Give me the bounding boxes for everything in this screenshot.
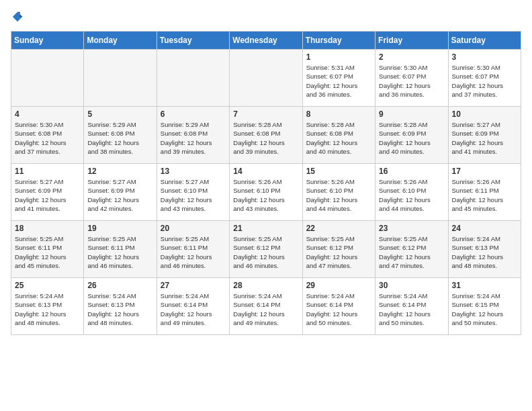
day-info: Sunrise: 5:25 AM Sunset: 6:11 PM Dayligh…	[15, 234, 80, 270]
calendar-day-cell: 30Sunrise: 5:24 AM Sunset: 6:14 PM Dayli…	[375, 278, 448, 335]
day-number: 22	[306, 224, 371, 233]
calendar-day-cell: 23Sunrise: 5:25 AM Sunset: 6:12 PM Dayli…	[375, 221, 448, 278]
calendar-day-cell: 20Sunrise: 5:25 AM Sunset: 6:11 PM Dayli…	[157, 221, 229, 278]
day-number: 28	[233, 281, 298, 290]
day-of-week-header: Saturday	[448, 32, 521, 50]
calendar-day-cell: 4Sunrise: 5:30 AM Sunset: 6:08 PM Daylig…	[11, 107, 84, 164]
calendar-day-cell: 18Sunrise: 5:25 AM Sunset: 6:11 PM Dayli…	[11, 221, 84, 278]
day-of-week-header: Thursday	[302, 32, 375, 50]
day-info: Sunrise: 5:25 AM Sunset: 6:11 PM Dayligh…	[87, 234, 152, 270]
day-number: 25	[15, 281, 80, 290]
calendar-day-cell: 28Sunrise: 5:24 AM Sunset: 6:14 PM Dayli…	[230, 278, 302, 335]
day-number: 1	[306, 52, 371, 62]
day-of-week-header: Wednesday	[230, 32, 302, 50]
calendar-day-cell: 9Sunrise: 5:28 AM Sunset: 6:09 PM Daylig…	[375, 107, 448, 164]
calendar-day-cell: 11Sunrise: 5:27 AM Sunset: 6:09 PM Dayli…	[11, 164, 84, 221]
day-number: 27	[161, 281, 226, 290]
calendar-week-row: 1Sunrise: 5:31 AM Sunset: 6:07 PM Daylig…	[11, 50, 521, 107]
day-number: 10	[452, 109, 517, 119]
calendar-day-cell	[11, 50, 84, 107]
day-info: Sunrise: 5:27 AM Sunset: 6:09 PM Dayligh…	[15, 177, 80, 213]
day-info: Sunrise: 5:24 AM Sunset: 6:14 PM Dayligh…	[379, 291, 444, 327]
day-of-week-header: Tuesday	[157, 32, 229, 50]
calendar-day-cell: 24Sunrise: 5:24 AM Sunset: 6:13 PM Dayli…	[448, 221, 521, 278]
day-info: Sunrise: 5:24 AM Sunset: 6:15 PM Dayligh…	[452, 291, 517, 327]
day-number: 30	[379, 281, 444, 290]
day-info: Sunrise: 5:26 AM Sunset: 6:10 PM Dayligh…	[306, 177, 371, 213]
day-info: Sunrise: 5:29 AM Sunset: 6:08 PM Dayligh…	[161, 120, 226, 156]
day-info: Sunrise: 5:29 AM Sunset: 6:08 PM Dayligh…	[87, 120, 152, 156]
day-info: Sunrise: 5:25 AM Sunset: 6:12 PM Dayligh…	[379, 234, 444, 270]
day-number: 6	[161, 109, 226, 119]
day-info: Sunrise: 5:27 AM Sunset: 6:10 PM Dayligh…	[161, 177, 226, 213]
day-number: 15	[306, 167, 371, 176]
day-number: 19	[87, 224, 152, 233]
calendar-day-cell: 27Sunrise: 5:24 AM Sunset: 6:14 PM Dayli…	[157, 278, 229, 335]
day-number: 17	[452, 167, 517, 176]
day-info: Sunrise: 5:30 AM Sunset: 6:08 PM Dayligh…	[15, 120, 80, 156]
calendar-day-cell: 2Sunrise: 5:30 AM Sunset: 6:07 PM Daylig…	[375, 50, 448, 107]
day-number: 21	[233, 224, 298, 233]
calendar-day-cell: 12Sunrise: 5:27 AM Sunset: 6:09 PM Dayli…	[84, 164, 157, 221]
day-info: Sunrise: 5:28 AM Sunset: 6:08 PM Dayligh…	[233, 120, 298, 156]
day-info: Sunrise: 5:24 AM Sunset: 6:13 PM Dayligh…	[87, 291, 152, 327]
day-number: 16	[379, 167, 444, 176]
calendar-week-row: 25Sunrise: 5:24 AM Sunset: 6:13 PM Dayli…	[11, 278, 521, 335]
page-header	[11, 11, 521, 23]
day-number: 3	[452, 52, 517, 62]
day-info: Sunrise: 5:28 AM Sunset: 6:09 PM Dayligh…	[379, 120, 444, 156]
calendar-day-cell: 17Sunrise: 5:26 AM Sunset: 6:11 PM Dayli…	[448, 164, 521, 221]
calendar-header-row: SundayMondayTuesdayWednesdayThursdayFrid…	[11, 32, 521, 50]
calendar-week-row: 4Sunrise: 5:30 AM Sunset: 6:08 PM Daylig…	[11, 107, 521, 164]
day-number: 13	[161, 167, 226, 176]
day-number: 11	[15, 167, 80, 176]
day-info: Sunrise: 5:24 AM Sunset: 6:13 PM Dayligh…	[452, 234, 517, 270]
calendar-day-cell: 25Sunrise: 5:24 AM Sunset: 6:13 PM Dayli…	[11, 278, 84, 335]
day-number: 5	[87, 109, 152, 119]
day-info: Sunrise: 5:25 AM Sunset: 6:12 PM Dayligh…	[306, 234, 371, 270]
calendar-day-cell: 14Sunrise: 5:26 AM Sunset: 6:10 PM Dayli…	[230, 164, 302, 221]
calendar-day-cell: 26Sunrise: 5:24 AM Sunset: 6:13 PM Dayli…	[84, 278, 157, 335]
logo	[11, 11, 24, 23]
calendar-week-row: 18Sunrise: 5:25 AM Sunset: 6:11 PM Dayli…	[11, 221, 521, 278]
calendar-day-cell: 7Sunrise: 5:28 AM Sunset: 6:08 PM Daylig…	[230, 107, 302, 164]
day-info: Sunrise: 5:26 AM Sunset: 6:10 PM Dayligh…	[233, 177, 298, 213]
day-info: Sunrise: 5:24 AM Sunset: 6:14 PM Dayligh…	[233, 291, 298, 327]
calendar-day-cell	[84, 50, 157, 107]
calendar-week-row: 11Sunrise: 5:27 AM Sunset: 6:09 PM Dayli…	[11, 164, 521, 221]
calendar-day-cell: 22Sunrise: 5:25 AM Sunset: 6:12 PM Dayli…	[302, 221, 375, 278]
day-of-week-header: Friday	[375, 32, 448, 50]
calendar-day-cell: 13Sunrise: 5:27 AM Sunset: 6:10 PM Dayli…	[157, 164, 229, 221]
day-info: Sunrise: 5:26 AM Sunset: 6:10 PM Dayligh…	[379, 177, 444, 213]
day-number: 8	[306, 109, 371, 119]
calendar-day-cell: 16Sunrise: 5:26 AM Sunset: 6:10 PM Dayli…	[375, 164, 448, 221]
day-info: Sunrise: 5:30 AM Sunset: 6:07 PM Dayligh…	[379, 63, 444, 99]
day-of-week-header: Sunday	[11, 32, 84, 50]
day-number: 26	[87, 281, 152, 290]
day-info: Sunrise: 5:24 AM Sunset: 6:14 PM Dayligh…	[306, 291, 371, 327]
day-info: Sunrise: 5:27 AM Sunset: 6:09 PM Dayligh…	[87, 177, 152, 213]
calendar-table: SundayMondayTuesdayWednesdayThursdayFrid…	[11, 31, 521, 335]
day-number: 9	[379, 109, 444, 119]
day-number: 29	[306, 281, 371, 290]
day-info: Sunrise: 5:30 AM Sunset: 6:07 PM Dayligh…	[452, 63, 517, 99]
day-info: Sunrise: 5:28 AM Sunset: 6:08 PM Dayligh…	[306, 120, 371, 156]
day-number: 24	[452, 224, 517, 233]
calendar-day-cell: 10Sunrise: 5:27 AM Sunset: 6:09 PM Dayli…	[448, 107, 521, 164]
calendar-day-cell: 1Sunrise: 5:31 AM Sunset: 6:07 PM Daylig…	[302, 50, 375, 107]
day-of-week-header: Monday	[84, 32, 157, 50]
calendar-day-cell: 19Sunrise: 5:25 AM Sunset: 6:11 PM Dayli…	[84, 221, 157, 278]
day-number: 20	[161, 224, 226, 233]
day-info: Sunrise: 5:24 AM Sunset: 6:13 PM Dayligh…	[15, 291, 80, 327]
day-number: 12	[87, 167, 152, 176]
calendar-day-cell: 6Sunrise: 5:29 AM Sunset: 6:08 PM Daylig…	[157, 107, 229, 164]
day-info: Sunrise: 5:25 AM Sunset: 6:12 PM Dayligh…	[233, 234, 298, 270]
day-info: Sunrise: 5:27 AM Sunset: 6:09 PM Dayligh…	[452, 120, 517, 156]
calendar-day-cell: 21Sunrise: 5:25 AM Sunset: 6:12 PM Dayli…	[230, 221, 302, 278]
day-number: 18	[15, 224, 80, 233]
day-info: Sunrise: 5:24 AM Sunset: 6:14 PM Dayligh…	[161, 291, 226, 327]
day-info: Sunrise: 5:25 AM Sunset: 6:11 PM Dayligh…	[161, 234, 226, 270]
logo-icon	[11, 11, 24, 23]
calendar-day-cell: 5Sunrise: 5:29 AM Sunset: 6:08 PM Daylig…	[84, 107, 157, 164]
calendar-day-cell: 15Sunrise: 5:26 AM Sunset: 6:10 PM Dayli…	[302, 164, 375, 221]
